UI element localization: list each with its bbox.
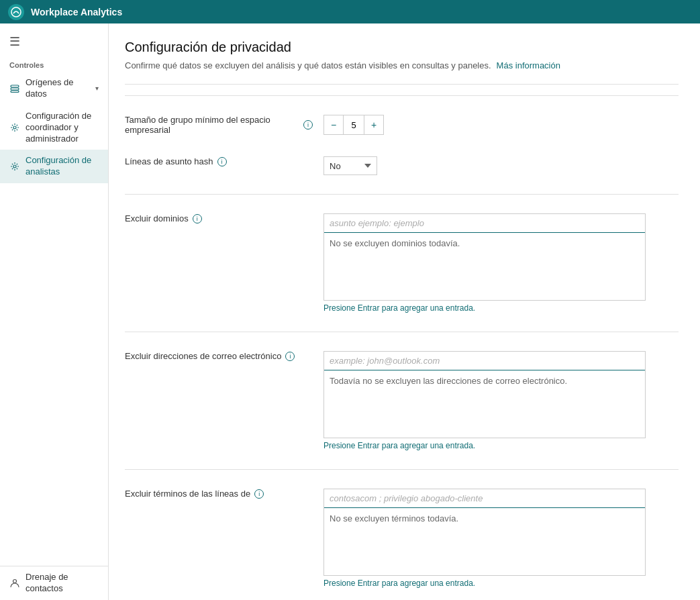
group-size-label: Tamaño de grupo mínimo del espacio empre… xyxy=(125,115,313,135)
more-info-link-top[interactable]: Más información xyxy=(497,60,560,70)
hash-lines-info-icon[interactable]: i xyxy=(217,157,227,166)
database-icon xyxy=(9,83,20,94)
topbar: Workplace Analytics xyxy=(0,0,700,23)
excluir-terminos-label: Excluir términos de las líneas de i xyxy=(125,489,313,499)
subtitle-text: Confirme qué datos se excluyen del análi… xyxy=(125,60,491,70)
excluir-correo-hint: Presione Entrar para agregar una entrada… xyxy=(323,441,646,450)
svg-rect-3 xyxy=(11,91,19,93)
excluir-correo-body: Todavía no se excluyen las direcciones d… xyxy=(324,370,645,431)
excluir-correo-section: Excluir direcciones de correo electrónic… xyxy=(125,332,679,469)
sidebar: ☰ Controles Orígenes de datos ▾ xyxy=(0,23,109,600)
page-title: Configuración de privacidad xyxy=(125,40,679,55)
sidebar-analistas-label: Configuración de analistas xyxy=(26,155,99,178)
excluir-correo-input-container: Todavía no se excluyen las direcciones d… xyxy=(323,351,646,438)
sidebar-origenes-label: Orígenes de datos xyxy=(26,77,90,100)
excluir-terminos-control: No se excluyen términos todavía. Presion… xyxy=(323,489,679,588)
svg-point-0 xyxy=(11,7,21,17)
excluir-correo-info-icon[interactable]: i xyxy=(285,352,295,361)
hash-lines-label: Líneas de asunto hash i xyxy=(125,156,313,166)
hash-lines-control: No Sí xyxy=(323,156,679,175)
excluir-correo-control: Todavía no se excluyen las direcciones d… xyxy=(323,351,679,450)
stepper-value-input[interactable] xyxy=(343,115,364,134)
hash-lines-dropdown[interactable]: No Sí xyxy=(323,156,377,175)
excluir-terminos-row: Excluir términos de las líneas de i No s… xyxy=(125,483,679,593)
excluir-terminos-input[interactable] xyxy=(324,489,645,508)
excluir-dominios-row: Excluir dominios i No se excluyen domini… xyxy=(125,208,679,318)
excluir-dominios-body: No se excluyen dominios todavía. xyxy=(324,233,645,293)
svg-point-4 xyxy=(13,126,16,129)
excluir-correo-label-col: Excluir direcciones de correo electrónic… xyxy=(125,351,313,361)
excluir-dominios-section: Excluir dominios i No se excluyen domini… xyxy=(125,194,679,332)
excluir-dominios-label-col: Excluir dominios i xyxy=(125,213,313,223)
sidebar-item-coordinador[interactable]: Configuración de coordinador y administr… xyxy=(0,105,108,150)
divider-top xyxy=(125,84,679,85)
excluir-correo-row: Excluir direcciones de correo electrónic… xyxy=(125,346,679,456)
svg-rect-2 xyxy=(11,88,19,90)
excluir-terminos-section: Excluir términos de las líneas de i No s… xyxy=(125,469,679,600)
stepper-plus-button[interactable]: + xyxy=(364,115,383,134)
group-size-info-icon[interactable]: i xyxy=(303,120,313,130)
person-icon xyxy=(9,578,20,589)
excluir-correo-label: Excluir direcciones de correo electrónic… xyxy=(125,351,313,361)
stepper-minus-button[interactable]: − xyxy=(324,115,343,134)
chevron-down-icon: ▾ xyxy=(95,85,99,92)
svg-rect-1 xyxy=(11,85,19,87)
sidebar-item-origenes[interactable]: Orígenes de datos ▾ xyxy=(0,72,108,105)
hamburger-menu[interactable]: ☰ xyxy=(0,29,108,54)
app-title: Workplace Analytics xyxy=(31,7,122,17)
excluir-dominios-control: No se excluyen dominios todavía. Presion… xyxy=(323,213,679,313)
excluir-terminos-hint: Presione Entrar para agregar una entrada… xyxy=(323,579,646,588)
group-size-stepper: − + xyxy=(323,115,384,135)
sidebar-section-controls: Controles xyxy=(0,54,108,72)
excluir-dominios-label: Excluir dominios i xyxy=(125,213,313,223)
basic-settings-section: Tamaño de grupo mínimo del espacio empre… xyxy=(125,95,679,194)
excluir-terminos-label-col: Excluir términos de las líneas de i xyxy=(125,489,313,499)
hash-lines-label-col: Líneas de asunto hash i xyxy=(125,156,313,166)
svg-point-5 xyxy=(13,165,16,168)
sidebar-item-analistas[interactable]: Configuración de analistas xyxy=(0,150,108,183)
excluir-dominios-info-icon[interactable]: i xyxy=(193,214,202,223)
excluir-dominios-input-container: No se excluyen dominios todavía. xyxy=(323,213,646,301)
excluir-terminos-info-icon[interactable]: i xyxy=(254,489,264,499)
group-size-control: − + xyxy=(323,115,679,135)
app-logo xyxy=(8,4,24,20)
group-size-label-col: Tamaño de grupo mínimo del espacio empre… xyxy=(125,115,313,135)
main-content: Configuración de privacidad Confirme qué… xyxy=(109,23,700,600)
excluir-correo-input[interactable] xyxy=(324,352,645,370)
gear-icon-active xyxy=(9,161,20,172)
hash-lines-row: Líneas de asunto hash i No Sí xyxy=(125,151,679,181)
gear-icon xyxy=(9,122,20,133)
page-subtitle: Confirme qué datos se excluyen del análi… xyxy=(125,60,679,70)
svg-point-6 xyxy=(13,580,17,583)
excluir-terminos-input-container: No se excluyen términos todavía. xyxy=(323,489,646,576)
excluir-dominios-input[interactable] xyxy=(324,214,645,233)
excluir-terminos-body: No se excluyen términos todavía. xyxy=(324,508,645,568)
group-size-row: Tamaño de grupo mínimo del espacio empre… xyxy=(125,109,679,140)
sidebar-coordinador-label: Configuración de coordinador y administr… xyxy=(26,111,99,145)
sidebar-item-drenaje[interactable]: Drenaje de contactos xyxy=(0,566,108,600)
sidebar-drenaje-label: Drenaje de contactos xyxy=(26,572,99,595)
excluir-dominios-hint: Presione Entrar para agregar una entrada… xyxy=(323,303,646,313)
